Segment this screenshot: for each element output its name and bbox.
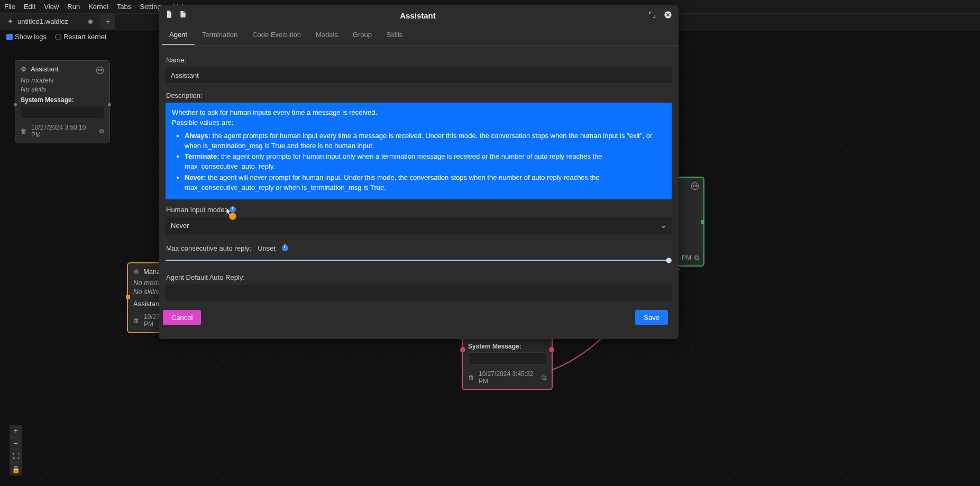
chevron-down-icon: ⌄ xyxy=(661,222,666,230)
copy-icon[interactable]: ⧉ xyxy=(99,127,104,135)
node-green-partial[interactable]: PM ⧉ xyxy=(677,177,704,267)
info-icon[interactable] xyxy=(282,245,288,251)
export-icon[interactable] xyxy=(179,10,187,21)
connection-handle-left[interactable] xyxy=(126,295,130,299)
agent-settings-modal: Assistant Agent Termination Code Executi… xyxy=(159,5,679,339)
name-input[interactable] xyxy=(166,67,672,83)
trash-icon[interactable]: 🗑 xyxy=(468,374,474,381)
cancel-button[interactable]: Cancel xyxy=(163,310,201,325)
system-message-input[interactable] xyxy=(21,106,104,118)
file-tab-label: untitled1.waldiez xyxy=(17,17,68,25)
select-value: Never xyxy=(171,222,189,230)
connection-handle-right[interactable] xyxy=(549,347,554,352)
info-terminate: Terminate: the agent only prompts for hu… xyxy=(185,152,665,172)
info-tooltip-panel: Whether to ask for human inputs every ti… xyxy=(166,103,672,199)
description-label: Description: xyxy=(166,91,674,99)
svg-point-8 xyxy=(695,185,697,187)
copy-icon[interactable]: ⧉ xyxy=(542,374,546,381)
tab-termination[interactable]: Termination xyxy=(195,25,245,45)
robot-icon xyxy=(95,65,105,77)
node-timestamp: 10/27/2024 3:50:10 PM xyxy=(31,124,95,139)
info-never: Never: the agent will never prompt for h… xyxy=(185,173,665,193)
svg-point-1 xyxy=(98,69,99,71)
human-input-label: Human Input mode: xyxy=(166,206,674,214)
node-timestamp: 10/27/2024 3:45:32 PM xyxy=(479,370,537,385)
max-auto-reply-value: Unset xyxy=(258,244,276,252)
connection-handle-left[interactable] xyxy=(460,347,465,352)
max-auto-reply-slider[interactable] xyxy=(166,256,672,264)
connection-handle-right[interactable] xyxy=(108,103,111,106)
menu-kernel[interactable]: Kernel xyxy=(88,3,108,11)
svg-point-7 xyxy=(693,185,694,187)
connection-handle-left[interactable] xyxy=(14,103,17,106)
restart-kernel-button[interactable]: Restart kernel xyxy=(55,33,106,41)
copy-icon[interactable]: ⧉ xyxy=(694,254,699,261)
tab-group[interactable]: Group xyxy=(345,25,379,45)
node-timestamp: PM xyxy=(682,254,691,261)
trash-icon[interactable]: 🗑 xyxy=(133,317,140,324)
slider-thumb[interactable] xyxy=(666,258,672,263)
add-tab-button[interactable]: + xyxy=(100,14,115,29)
system-message-input[interactable] xyxy=(468,352,546,365)
zoom-lock-button[interactable]: 🔒 xyxy=(10,463,22,475)
info-intro: Whether to ask for human inputs every ti… xyxy=(172,108,665,118)
default-reply-label: Agent Default Auto Reply: xyxy=(166,273,674,281)
node-assistant[interactable]: ⚙ Assistant No models No skills System M… xyxy=(15,60,110,143)
menu-file[interactable]: File xyxy=(4,3,15,11)
robot-icon xyxy=(690,181,700,193)
zoom-in-button[interactable]: + xyxy=(10,425,22,437)
svg-point-0 xyxy=(96,67,103,74)
tab-models[interactable]: Models xyxy=(308,25,345,45)
max-auto-reply-label: Max consecutive auto reply: xyxy=(166,244,251,252)
node-no-models: No models xyxy=(21,76,104,84)
file-tab-active[interactable]: ✦ untitled1.waldiez xyxy=(0,14,100,29)
zoom-fit-button[interactable]: ⛶ xyxy=(10,450,22,463)
system-message-label: System Message: xyxy=(21,96,104,104)
node-title: Mana xyxy=(143,268,161,276)
mouse-cursor xyxy=(226,207,234,217)
system-message-label: System Message: xyxy=(468,343,546,350)
file-tab-icon: ✦ xyxy=(7,17,13,25)
menu-run[interactable]: Run xyxy=(67,3,80,11)
menu-edit[interactable]: Edit xyxy=(24,3,35,11)
close-icon[interactable] xyxy=(664,11,672,21)
node-title: Assistant xyxy=(31,65,59,73)
menu-view[interactable]: View xyxy=(44,3,59,11)
modal-header: Assistant xyxy=(159,5,679,25)
file-tab-dirty-dot[interactable] xyxy=(88,20,93,24)
info-possible: Possible values are: xyxy=(172,118,665,128)
modal-body: Name: Description: Whether to ask for hu… xyxy=(159,45,679,339)
new-doc-icon[interactable] xyxy=(165,10,173,21)
connection-handle-right[interactable] xyxy=(701,220,704,224)
modal-tabs: Agent Termination Code Execution Models … xyxy=(159,25,679,45)
info-always: Always: the agent prompts for human inpu… xyxy=(185,131,665,151)
logs-icon xyxy=(6,34,13,40)
name-label: Name: xyxy=(166,56,674,64)
modal-footer: Cancel Save xyxy=(163,307,674,333)
tab-skills[interactable]: Skills xyxy=(379,25,410,45)
zoom-out-button[interactable]: − xyxy=(10,437,22,450)
human-input-select[interactable]: Never ⌄ xyxy=(166,217,672,235)
show-logs-button[interactable]: Show logs xyxy=(6,33,47,41)
node-no-skills: No skills xyxy=(21,85,104,93)
svg-point-2 xyxy=(100,69,102,71)
gear-icon[interactable]: ⚙ xyxy=(133,268,139,276)
tab-code-execution[interactable]: Code Execution xyxy=(245,25,308,45)
child-assistant-label: Assistant xyxy=(133,300,161,308)
restart-icon xyxy=(55,34,61,40)
modal-title: Assistant xyxy=(400,11,436,20)
svg-point-6 xyxy=(691,182,698,189)
menu-tabs[interactable]: Tabs xyxy=(117,3,131,11)
tab-agent[interactable]: Agent xyxy=(162,25,195,45)
restart-label: Restart kernel xyxy=(63,33,106,41)
show-logs-label: Show logs xyxy=(15,33,47,41)
expand-icon[interactable] xyxy=(648,11,656,20)
trash-icon[interactable]: 🗑 xyxy=(21,127,27,135)
default-reply-input[interactable] xyxy=(166,285,672,301)
gear-icon[interactable]: ⚙ xyxy=(21,66,26,73)
save-button[interactable]: Save xyxy=(635,310,668,325)
zoom-controls: + − ⛶ 🔒 xyxy=(10,425,22,475)
